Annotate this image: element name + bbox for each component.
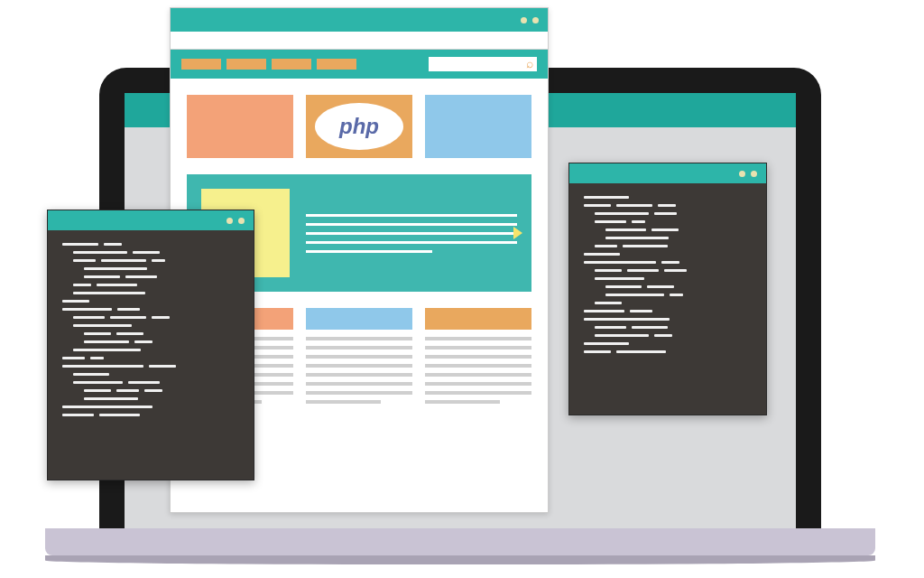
code-window-left bbox=[47, 210, 254, 480]
window-control-icon[interactable] bbox=[532, 17, 539, 23]
code-window-right bbox=[568, 163, 767, 415]
window-control-icon[interactable] bbox=[238, 218, 245, 224]
nav-item[interactable] bbox=[272, 59, 311, 70]
code-body bbox=[48, 230, 254, 429]
nav-item[interactable] bbox=[317, 59, 356, 70]
footer-column bbox=[425, 308, 531, 409]
carousel-next-icon[interactable] bbox=[513, 227, 522, 239]
address-bar[interactable] bbox=[171, 32, 548, 50]
content-card[interactable] bbox=[425, 95, 531, 158]
window-control-icon[interactable] bbox=[226, 218, 233, 224]
hero-text-lines bbox=[306, 214, 517, 253]
window-control-icon[interactable] bbox=[751, 171, 757, 177]
code-titlebar bbox=[48, 210, 254, 230]
navbar bbox=[171, 50, 548, 79]
nav-item[interactable] bbox=[226, 59, 266, 70]
window-control-icon[interactable] bbox=[521, 17, 527, 23]
php-logo-icon: php bbox=[315, 103, 403, 150]
card-row: php bbox=[187, 95, 531, 158]
laptop-base bbox=[45, 528, 875, 555]
footer-column bbox=[306, 308, 412, 409]
content-card[interactable] bbox=[187, 95, 293, 158]
code-titlebar bbox=[569, 163, 766, 183]
column-header bbox=[306, 308, 412, 330]
search-input[interactable] bbox=[429, 57, 537, 71]
column-header bbox=[425, 308, 531, 330]
php-logo-text: php bbox=[339, 114, 379, 139]
code-body bbox=[569, 183, 766, 366]
php-card[interactable]: php bbox=[306, 95, 412, 158]
window-control-icon[interactable] bbox=[739, 171, 745, 177]
browser-titlebar bbox=[171, 8, 548, 32]
nav-item[interactable] bbox=[181, 59, 221, 70]
